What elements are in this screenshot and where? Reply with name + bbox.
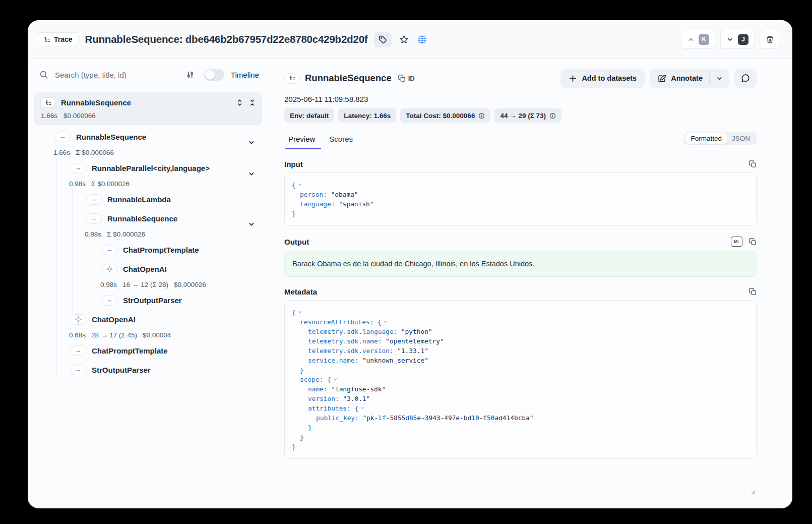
timeline-toggle[interactable] <box>204 69 224 81</box>
span-icon: ↔ <box>91 196 97 203</box>
tree-item-row[interactable]: ChatOpenAI <box>57 310 262 329</box>
format-toggle: FormattedJSON <box>684 132 757 145</box>
json-line: language: "spanish" <box>292 199 749 209</box>
search-input[interactable] <box>54 70 179 80</box>
chevron-down-icon <box>716 75 723 82</box>
tree-settings-button[interactable] <box>185 70 196 80</box>
tree-item-row[interactable]: ↔RunnableLambda <box>73 190 262 209</box>
tab-preview[interactable]: Preview <box>284 129 322 149</box>
tree-item-label: ChatOpenAI <box>92 315 136 324</box>
metric-value: 0.98s <box>85 230 101 238</box>
annotate-button[interactable]: Annotate <box>650 69 709 88</box>
tag-icon <box>378 35 388 44</box>
tree-item[interactable]: ChatOpenAI0.68s28 → 17 (Σ 45)$0.00004 <box>57 310 262 341</box>
span-icon: ↔ <box>75 347 82 354</box>
tree-item-row[interactable]: ↔RunnableSequence <box>73 209 262 228</box>
span-pill: ↔ <box>71 345 86 356</box>
collapse-caret-icon[interactable] <box>297 180 302 190</box>
tree-item[interactable]: ↔StrOutputParser <box>57 360 262 379</box>
copy-input-button[interactable] <box>749 160 757 168</box>
json-key: telemetry.sdk.language: <box>308 328 401 335</box>
tree-item[interactable]: ↔ChatPromptTemplate <box>88 240 262 259</box>
format-option-json[interactable]: JSON <box>727 133 755 144</box>
tree-item[interactable]: ChatOpenAI0.98s16 → 12 (Σ 28)$0.000026 <box>88 259 262 290</box>
json-open-brace: { <box>292 309 296 316</box>
annotate-menu-button[interactable] <box>710 69 729 88</box>
detail-tabs: PreviewScores <box>284 129 360 149</box>
collapse-caret-icon[interactable] <box>383 317 388 327</box>
tree-item[interactable]: ↔RunnableParallel<city,language>0.98sΣ $… <box>57 158 262 190</box>
tree-item-row[interactable]: ↔ChatPromptTemplate <box>57 341 262 360</box>
add-to-datasets-button[interactable]: Add to datasets <box>560 69 645 88</box>
json-line: public_key: "pk-lf-5855d85e-3943-497e-bd… <box>292 413 749 423</box>
collapse-caret-icon[interactable] <box>333 375 338 384</box>
tree-item[interactable]: ↔ChatPromptTemplate <box>57 341 262 360</box>
json-value: "python" <box>401 328 432 335</box>
output-text: Barack Obama es de la ciudad de Chicago,… <box>284 251 757 277</box>
tree-item[interactable]: ↔RunnableSequence0.98sΣ $0.000026 <box>73 209 262 240</box>
tree-item-metrics: 0.98sΣ $0.000026 <box>73 228 262 240</box>
tree-item-row[interactable]: ↔StrOutputParser <box>88 290 262 310</box>
json-key: resourceAttributes: <box>300 318 378 326</box>
public-share-button[interactable] <box>416 34 428 45</box>
tree-item[interactable]: ↔RunnableLambda <box>73 190 262 209</box>
metric-value: $0.00004 <box>143 331 171 339</box>
generation-icon <box>75 316 82 323</box>
tree-item-row[interactable]: ↔ChatPromptTemplate <box>88 240 262 259</box>
comments-button[interactable] <box>734 69 757 88</box>
tree-indent-group: ↔RunnableLambda↔RunnableSequence0.98sΣ $… <box>72 190 262 310</box>
badge-label: Total Cost: $0.000066 <box>406 112 475 120</box>
copy-output-button[interactable] <box>749 238 757 246</box>
json-line: name: "langfuse-sdk" <box>292 384 749 394</box>
span-pill: ↔ <box>102 295 117 306</box>
trace-tree: ↔RunnableSequence1.66sΣ $0.000066↔Runnab… <box>34 127 262 379</box>
toggle-knob <box>205 70 215 80</box>
format-option-formatted[interactable]: Formatted <box>685 133 727 144</box>
annotate-split-button: Annotate <box>650 69 729 88</box>
trace-badge-1: Latency: 1.66s <box>338 108 396 123</box>
tree-indent-group: ↔ChatPromptTemplateChatOpenAI0.98s16 → 1… <box>88 240 262 310</box>
json-value: "langfuse-sdk" <box>331 385 386 393</box>
json-key: service.name: <box>308 357 362 364</box>
copy-id-button[interactable]: ID <box>398 75 415 82</box>
markdown-toggle-button[interactable]: M↓ <box>731 237 742 247</box>
badge-label: Env: default <box>290 112 329 120</box>
prev-trace-button[interactable]: K <box>681 30 715 49</box>
metric-value: 16 → 12 (Σ 28) <box>122 281 168 288</box>
metric-value: $0.000026 <box>174 281 206 288</box>
json-line: { <box>292 308 749 317</box>
collapse-caret-icon[interactable] <box>360 403 365 413</box>
tree-item-row[interactable]: ↔StrOutputParser <box>57 360 262 379</box>
delete-trace-button[interactable] <box>760 30 780 49</box>
copy-metadata-button[interactable] <box>749 288 757 296</box>
tree-item-label: RunnableSequence <box>107 214 177 223</box>
chevron-down-icon[interactable] <box>247 220 256 228</box>
next-trace-button[interactable]: J <box>720 30 755 49</box>
json-close-brace: } <box>308 424 312 431</box>
collapse-all-icon[interactable] <box>248 99 256 106</box>
collapse-caret-icon[interactable] <box>297 308 302 317</box>
json-key: attributes: <box>308 404 354 412</box>
tab-scores[interactable]: Scores <box>322 129 360 149</box>
info-icon[interactable] <box>478 112 485 119</box>
tree-root-item[interactable]: RunnableSequence 1.66s $0.000066 <box>34 92 262 125</box>
tree-item-row[interactable]: ↔RunnableSequence <box>41 127 262 146</box>
tree-item-row[interactable]: ↔RunnableParallel<city,language> <box>57 158 262 178</box>
observation-detail-panel: RunnableSequence ID Add to datasets <box>276 59 792 508</box>
info-icon[interactable] <box>549 112 556 119</box>
json-line: } <box>292 432 749 442</box>
tag-button[interactable] <box>374 32 392 47</box>
tree-item-label: StrOutputParser <box>92 366 151 374</box>
tree-item[interactable]: ↔StrOutputParser <box>88 290 262 310</box>
expand-all-icon[interactable] <box>236 99 243 106</box>
json-value: "unknown_service" <box>362 357 428 364</box>
chevron-down-icon[interactable] <box>247 139 256 147</box>
span-icon: ↔ <box>106 297 113 304</box>
tree-item-row[interactable]: ChatOpenAI <box>88 259 262 278</box>
resize-handle[interactable] <box>751 490 755 494</box>
chevron-down-icon[interactable] <box>247 170 256 178</box>
trace-type-badge: Trace <box>38 32 79 46</box>
json-line: } <box>292 423 749 432</box>
bookmark-star-button[interactable] <box>398 34 410 45</box>
tree-item[interactable]: ↔RunnableSequence1.66sΣ $0.000066 <box>41 127 262 158</box>
